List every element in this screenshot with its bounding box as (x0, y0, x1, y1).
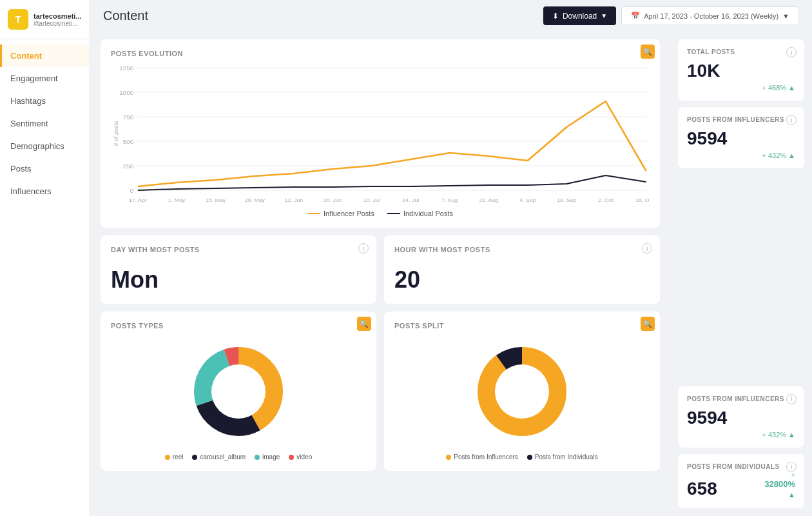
total-posts-card: TOTAL POSTS i 10K + 468% ▲ (678, 39, 804, 101)
individuals-info-icon[interactable]: i (786, 462, 797, 472)
sidebar-item-sentiment[interactable]: Sentiment (0, 112, 90, 135)
svg-point-31 (211, 364, 266, 419)
legend-individuals-split: Posts from Individuals (527, 453, 598, 461)
posts-evolution-zoom-icon[interactable]: 🔍 (641, 45, 655, 59)
sidebar-item-posts[interactable]: Posts (0, 157, 90, 180)
posts-split-legend: Posts from Influencers Posts from Indivi… (394, 453, 650, 461)
date-dropdown-arrow: ▼ (782, 12, 789, 20)
svg-text:10. Jul: 10. Jul (363, 197, 380, 203)
download-label: Download (563, 12, 597, 21)
svg-text:18. Sep: 18. Sep (557, 197, 577, 203)
svg-text:7. Aug: 7. Aug (441, 197, 458, 203)
svg-text:16. Oct: 16. Oct (635, 197, 650, 203)
hour-most-posts-value: 20 (394, 266, 650, 293)
influencers-split-dot (446, 455, 451, 460)
influencers-top-info-icon[interactable]: i (786, 115, 797, 125)
hour-info-icon[interactable]: i (642, 243, 652, 253)
individuals-split-dot (527, 455, 532, 460)
carousel-dot (192, 455, 197, 460)
legend-influencer-label: Influencer Posts (324, 210, 374, 217)
topbar-actions: ⬇ Download ▼ 📅 April 17, 2023 - October … (543, 6, 799, 25)
video-dot (289, 455, 294, 460)
legend-influencers-split: Posts from Influencers (446, 453, 517, 461)
brand-handle: #tartecosmeti... (34, 20, 82, 27)
image-label: image (262, 453, 280, 461)
brand-header: T tartecosmeti... #tartecosmeti... (0, 0, 90, 39)
sidebar-item-influencers[interactable]: Influencers (0, 180, 90, 203)
calendar-icon: 📅 (631, 12, 640, 20)
download-button[interactable]: ⬇ Download ▼ (543, 6, 616, 25)
influencers-top-change-arrow: ▲ (788, 152, 795, 159)
posts-types-donut (111, 340, 366, 443)
download-icon: ⬇ (552, 12, 559, 21)
main-content: POSTS EVOLUTION 🔍 1250 1000 750 500 250 … (90, 32, 670, 516)
hour-most-posts-card: HOUR WITH MOST POSTS i 20 (384, 235, 660, 304)
influencers-top-change: + 432% ▲ (687, 152, 795, 159)
svg-text:500: 500 (123, 138, 134, 144)
individuals-change-arrow: ▲ (788, 491, 795, 499)
day-info-icon[interactable]: i (358, 243, 369, 253)
individuals-split-label: Posts from Individuals (535, 453, 598, 461)
total-posts-change: + 468% ▲ (687, 84, 795, 92)
day-most-posts-card: DAY WITH MOST POSTS i Mon (101, 235, 376, 304)
image-dot (255, 455, 260, 460)
svg-text:29. May: 29. May (245, 197, 266, 203)
sidebar: T tartecosmeti... #tartecosmeti... Conte… (0, 0, 90, 516)
svg-text:1000: 1000 (119, 89, 133, 95)
legend-individual-line (387, 213, 400, 214)
topbar: Content ⬇ Download ▼ 📅 April 17, 2023 - … (90, 0, 812, 32)
sidebar-item-content[interactable]: Content (0, 45, 90, 67)
legend-video: video (289, 453, 312, 461)
total-posts-title: TOTAL POSTS (687, 48, 795, 55)
posts-evolution-card: POSTS EVOLUTION 🔍 1250 1000 750 500 250 … (101, 39, 660, 228)
brand-name: tartecosmeti... (34, 12, 82, 20)
influencers-bottom-change-value: + 432% (762, 431, 786, 439)
page-title: Content (103, 8, 148, 23)
svg-text:0: 0 (130, 187, 134, 194)
posts-split-title: POSTS SPLIT (394, 322, 650, 330)
day-most-posts-value: Mon (111, 266, 366, 293)
svg-text:21. Aug: 21. Aug (479, 197, 498, 203)
carousel-label: carousel_album (200, 453, 246, 461)
total-posts-value: 10K (687, 61, 795, 81)
influencers-bottom-change-arrow: ▲ (788, 431, 795, 439)
legend-influencer: Influencer Posts (307, 210, 374, 217)
svg-point-34 (495, 364, 549, 419)
svg-text:15. May: 15. May (206, 197, 226, 203)
content-area: POSTS EVOLUTION 🔍 1250 1000 750 500 250 … (90, 32, 812, 516)
svg-text:# of posts: # of posts (112, 121, 120, 146)
influencers-bottom-title: POSTS FROM INFLUENCERS (687, 395, 795, 402)
day-most-posts-title: DAY WITH MOST POSTS (111, 246, 366, 253)
influencers-bottom-change: + 432% ▲ (687, 431, 795, 439)
legend-individual-label: Individual Posts (403, 210, 453, 217)
individuals-card: POSTS FROM INDIVIDUALS i 658 + 32800% ▲ (678, 454, 804, 508)
influencers-bottom-info-icon[interactable]: i (786, 394, 797, 404)
posts-evolution-title: POSTS EVOLUTION (111, 50, 650, 57)
total-posts-change-arrow: ▲ (788, 84, 795, 92)
individuals-change: + 32800% ▲ (764, 470, 795, 499)
posts-split-donut (394, 340, 650, 443)
influencers-top-card: POSTS FROM INFLUENCERS i 9594 + 432% ▲ (678, 107, 804, 168)
reel-label: reel (173, 453, 184, 461)
legend-reel: reel (165, 453, 184, 461)
hour-most-posts-title: HOUR WITH MOST POSTS (394, 246, 650, 253)
main-area: Content ⬇ Download ▼ 📅 April 17, 2023 - … (90, 0, 812, 516)
influencers-split-label: Posts from Influencers (454, 453, 517, 461)
sidebar-item-demographics[interactable]: Demographics (0, 135, 90, 157)
date-range-label: April 17, 2023 - October 16, 2023 (Weekl… (644, 12, 778, 20)
date-range-button[interactable]: 📅 April 17, 2023 - October 16, 2023 (Wee… (621, 6, 799, 25)
legend-carousel: carousel_album (192, 453, 246, 461)
sidebar-nav: Content Engagement Hashtags Sentiment De… (0, 39, 90, 203)
svg-text:2. Oct: 2. Oct (598, 197, 614, 203)
svg-text:24. Jul: 24. Jul (402, 197, 419, 203)
sidebar-item-hashtags[interactable]: Hashtags (0, 90, 90, 112)
posts-types-zoom-icon[interactable]: 🔍 (357, 317, 371, 331)
download-dropdown-arrow: ▼ (601, 12, 607, 19)
total-posts-change-value: + 468% (762, 84, 786, 92)
influencers-bottom-value: 9594 (687, 408, 795, 428)
legend-influencer-line (307, 213, 320, 214)
sidebar-item-engagement[interactable]: Engagement (0, 67, 90, 90)
posts-split-zoom-icon[interactable]: 🔍 (641, 317, 655, 331)
influencers-bottom-card: POSTS FROM INFLUENCERS i 9594 + 432% ▲ (678, 386, 804, 448)
total-posts-info-icon[interactable]: i (786, 47, 797, 57)
